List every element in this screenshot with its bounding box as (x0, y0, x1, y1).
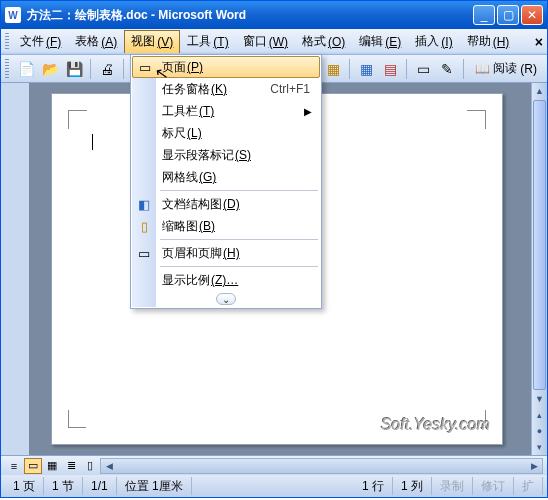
menu-expand-button[interactable]: ⌄ (132, 291, 320, 307)
watermark: Soft.Yesky.com (381, 416, 490, 434)
window-title: 方法二：绘制表格.doc - Microsoft Word (27, 7, 473, 24)
border-icon[interactable]: ▭ (412, 58, 434, 80)
menu-item-zoom[interactable]: 显示比例(Z)… (132, 269, 320, 291)
menu-insert[interactable]: 插入(I) (408, 30, 459, 53)
statusbar: 1 页 1 节 1/1 位置 1厘米 1 行 1 列 录制 修订 扩 (1, 475, 547, 497)
scroll-left-icon[interactable]: ◀ (101, 461, 117, 471)
menu-file[interactable]: 文件(F) (13, 30, 68, 53)
next-page-icon[interactable]: ▾ (532, 439, 547, 455)
table-icon[interactable]: ▦ (355, 58, 377, 80)
menu-table[interactable]: 表格(A) (68, 30, 124, 53)
status-line: 1 行 (354, 477, 393, 495)
submenu-arrow-icon: ▶ (304, 106, 312, 117)
toolbar-grip[interactable] (5, 59, 9, 79)
save-icon[interactable]: 💾 (63, 58, 85, 80)
app-icon: W (5, 7, 21, 23)
scroll-down-icon[interactable]: ▼ (532, 391, 547, 407)
menubar: 文件(F) 表格(A) 视图(V) 工具(T) 窗口(W) 格式(O) 编辑(E… (1, 29, 547, 55)
close-button[interactable]: ✕ (521, 5, 543, 25)
maximize-button[interactable]: ▢ (497, 5, 519, 25)
menu-view[interactable]: 视图(V) (124, 30, 180, 53)
titlebar: W 方法二：绘制表格.doc - Microsoft Word _ ▢ ✕ (1, 1, 547, 29)
menu-item-ruler[interactable]: 标尺(L) (132, 122, 320, 144)
status-page: 1 页 (5, 477, 44, 495)
status-rev: 修订 (473, 477, 514, 495)
menu-tools[interactable]: 工具(T) (180, 30, 235, 53)
drawing-icon[interactable]: ✎ (436, 58, 458, 80)
scroll-up-icon[interactable]: ▲ (532, 83, 547, 99)
status-ext: 扩 (514, 477, 543, 495)
menu-item-document-map[interactable]: ◧ 文档结构图(D) (132, 193, 320, 215)
view-toolbar: ≡ ▭ ▦ ≣ ▯ ◀ ▶ (1, 455, 547, 475)
status-col: 1 列 (393, 477, 432, 495)
outline-view-icon[interactable]: ≣ (62, 458, 80, 474)
text-caret (92, 134, 93, 150)
print-icon[interactable]: 🖨 (96, 58, 118, 80)
menu-item-paragraph-marks[interactable]: 显示段落标记(S) (132, 144, 320, 166)
menu-format[interactable]: 格式(O) (295, 30, 352, 53)
menu-window[interactable]: 窗口(W) (236, 30, 295, 53)
scroll-thumb[interactable] (533, 100, 546, 390)
status-section: 1 节 (44, 477, 83, 495)
doc-close-button[interactable]: × (535, 34, 543, 50)
scroll-right-icon[interactable]: ▶ (526, 461, 542, 471)
normal-view-icon[interactable]: ≡ (5, 458, 23, 474)
chart-icon[interactable]: ▤ (379, 58, 401, 80)
minimize-button[interactable]: _ (473, 5, 495, 25)
status-position: 位置 1厘米 (117, 477, 192, 495)
reading-button[interactable]: 📖 阅读(R) (469, 58, 543, 80)
menu-help[interactable]: 帮助(H) (460, 30, 517, 53)
thumb-icon: ▯ (135, 217, 153, 235)
prev-page-icon[interactable]: ▴ (532, 407, 547, 423)
menu-item-gridlines[interactable]: 网格线(G) (132, 166, 320, 188)
browse-object-icon[interactable]: ● (532, 423, 547, 439)
page-icon: ▭ (136, 58, 154, 76)
new-doc-icon[interactable]: 📄 (15, 58, 37, 80)
columns-icon[interactable]: ▦ (322, 58, 344, 80)
web-layout-view-icon[interactable]: ▦ (43, 458, 61, 474)
book-icon: 📖 (475, 62, 490, 76)
print-layout-view-icon[interactable]: ▭ (24, 458, 42, 474)
menu-item-thumbnails[interactable]: ▯ 缩略图(B) (132, 215, 320, 237)
reading-view-icon[interactable]: ▯ (81, 458, 99, 474)
horizontal-scrollbar[interactable]: ◀ ▶ (100, 458, 543, 474)
hf-icon: ▭ (135, 244, 153, 262)
left-gutter (1, 83, 29, 455)
chevron-down-icon: ⌄ (216, 293, 236, 305)
menu-item-header-footer[interactable]: ▭ 页眉和页脚(H) (132, 242, 320, 264)
view-dropdown-menu: ▭ 页面(P) 任务窗格(K) Ctrl+F1 工具栏(T) ▶ 标尺(L) 显… (130, 54, 322, 309)
menu-item-toolbars[interactable]: 工具栏(T) ▶ (132, 100, 320, 122)
menubar-grip[interactable] (5, 33, 9, 51)
status-rec: 录制 (432, 477, 473, 495)
open-icon[interactable]: 📂 (39, 58, 61, 80)
status-pages: 1/1 (83, 477, 117, 495)
docmap-icon: ◧ (135, 195, 153, 213)
menu-edit[interactable]: 编辑(E) (352, 30, 408, 53)
vertical-scrollbar[interactable]: ▲ ▼ ▴ ● ▾ (531, 83, 547, 455)
